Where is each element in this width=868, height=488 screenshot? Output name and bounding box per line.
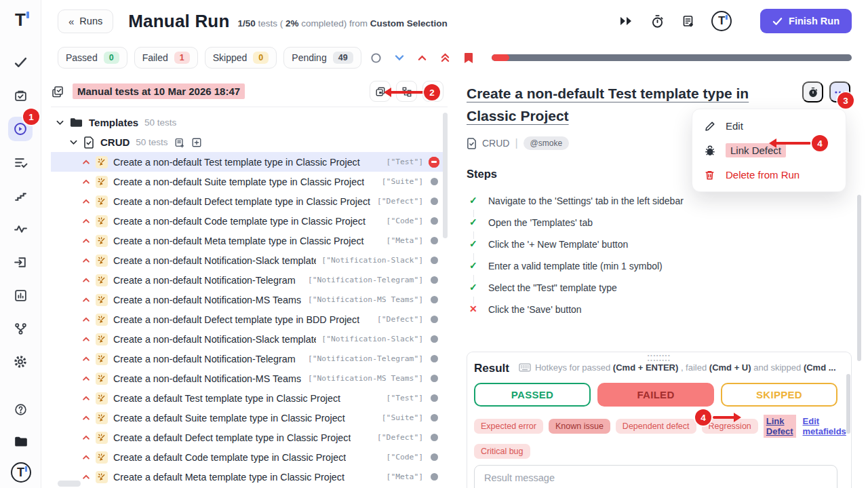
test-row[interactable]: Create a non-default Notification-Telegr…: [51, 270, 448, 290]
defect-tag-pill[interactable]: Known issue: [549, 419, 610, 434]
status-filter-chip[interactable]: Skipped 0: [205, 47, 277, 69]
test-row[interactable]: Create a non-default Defect template typ…: [51, 309, 448, 329]
tree-horizontal-scrollbar[interactable]: [58, 481, 81, 487]
add-test-icon[interactable]: [174, 137, 185, 148]
test-row[interactable]: Create a default Test template type in C…: [51, 388, 448, 408]
step-row[interactable]: Open the 'Templates' tab: [467, 212, 852, 233]
test-status-icon[interactable]: [429, 432, 439, 443]
test-status-icon[interactable]: [429, 196, 439, 207]
test-status-icon[interactable]: [429, 452, 439, 463]
tests-check-icon[interactable]: [8, 50, 33, 75]
test-row[interactable]: Create a non-default Notification-Slack …: [51, 329, 448, 349]
defect-tag-pill[interactable]: Dependent defect: [616, 419, 696, 434]
chevron-up-icon[interactable]: [414, 50, 431, 66]
test-row[interactable]: Create a non-default Suite template type…: [51, 172, 448, 191]
test-status-icon[interactable]: [429, 373, 439, 384]
help-icon[interactable]: [9, 397, 33, 421]
test-row[interactable]: Create a non-default Meta template type …: [51, 231, 448, 250]
defect-tag-pill[interactable]: Expected error: [474, 419, 543, 434]
edit-metafields-link[interactable]: Edit metafields: [803, 416, 846, 436]
annotation-badge-1: 1: [23, 109, 39, 125]
test-status-icon[interactable]: [429, 236, 439, 246]
test-row[interactable]: Create a non-default Code template type …: [51, 211, 448, 231]
test-status-icon[interactable]: [429, 275, 439, 286]
test-row[interactable]: Create a non-default Notification-MS Tea…: [51, 369, 448, 388]
skipped-button[interactable]: SKIPPED: [721, 383, 837, 407]
test-status-icon[interactable]: [429, 334, 439, 345]
suite-row-crud[interactable]: CRUD 50 tests: [51, 132, 448, 152]
status-filter-chip[interactable]: Pending 49: [283, 47, 361, 69]
test-row[interactable]: Create a default Suite template type in …: [51, 408, 448, 428]
resize-handle[interactable]: ••••••••••••••••: [467, 353, 851, 362]
result-scrollbar[interactable]: [846, 374, 850, 434]
test-row[interactable]: Create a non-default Notification-Slack …: [51, 250, 448, 270]
tree-scrollbar[interactable]: [443, 113, 448, 238]
test-status-icon[interactable]: [429, 472, 439, 483]
step-row[interactable]: Click the '+ New Template' button: [467, 233, 852, 255]
projects-icon[interactable]: [9, 430, 33, 454]
back-to-runs-button[interactable]: « Runs: [58, 10, 113, 33]
test-status-icon[interactable]: [429, 354, 439, 364]
test-row[interactable]: Create a non-default Test template type …: [51, 152, 448, 172]
status-filter-chip[interactable]: Passed 0: [58, 47, 127, 69]
passed-button[interactable]: PASSED: [474, 383, 591, 407]
fast-forward-icon[interactable]: [618, 13, 634, 29]
analytics-icon[interactable]: [8, 283, 33, 307]
test-status-icon[interactable]: [429, 413, 439, 424]
timer-button[interactable]: [802, 81, 823, 102]
test-row[interactable]: Create a default Meta template type in C…: [51, 467, 448, 487]
test-row[interactable]: Create a non-default Notification-MS Tea…: [51, 290, 448, 309]
link-defect-link[interactable]: Link Defect: [764, 415, 796, 438]
defect-tag-pill[interactable]: Critical bug: [474, 444, 530, 459]
steps-scrollbar[interactable]: [857, 195, 861, 361]
status-filter-chip[interactable]: Failed 1: [134, 47, 198, 69]
test-title: Create a non-default Notification-Telegr…: [113, 275, 296, 286]
app-logo-icon[interactable]: T: [10, 10, 31, 30]
step-row[interactable]: Navigate to the 'Settings' tab in the le…: [467, 190, 852, 212]
import-icon[interactable]: [8, 250, 33, 274]
chevrons-up-icon[interactable]: [437, 50, 454, 66]
test-status-icon[interactable]: [429, 157, 439, 168]
test-tag: ["Notification-Telegram"]: [308, 276, 423, 284]
test-status-icon[interactable]: [429, 176, 439, 187]
test-cases-icon[interactable]: [8, 83, 33, 108]
chevron-down-icon[interactable]: [56, 120, 64, 126]
menu-item-delete-from-run[interactable]: Delete from Run: [705, 169, 833, 181]
menu-item-edit[interactable]: Edit: [705, 120, 833, 132]
test-row[interactable]: Create a non-default Notification-Telegr…: [51, 349, 448, 369]
failed-button[interactable]: FAILED: [597, 383, 714, 407]
branches-icon[interactable]: [8, 316, 33, 341]
test-status-icon[interactable]: [429, 295, 439, 305]
bookmark-icon[interactable]: [460, 50, 477, 66]
chevron-down-icon[interactable]: [70, 140, 77, 145]
step-row[interactable]: Select the "Test" template type: [467, 277, 852, 299]
add-note-icon[interactable]: [680, 13, 696, 29]
test-row[interactable]: Create a default Defect template type in…: [51, 428, 448, 447]
smoke-tag-badge[interactable]: @smoke: [524, 136, 570, 150]
test-row[interactable]: Create a default Code template type in C…: [51, 447, 448, 467]
pulse-icon[interactable]: [8, 217, 33, 241]
settings-icon[interactable]: [8, 350, 33, 374]
test-plans-icon[interactable]: [8, 150, 33, 174]
add-suite-icon[interactable]: [191, 137, 202, 148]
finish-run-button[interactable]: Finish Run: [760, 9, 852, 33]
test-status-icon[interactable]: [429, 314, 439, 325]
test-status-icon[interactable]: [429, 255, 439, 266]
run-name-label[interactable]: Manual tests at 10 Mar 2026 18:47: [73, 83, 245, 99]
user-workspace-icon[interactable]: T: [711, 11, 732, 31]
logo-icon[interactable]: T: [11, 462, 31, 483]
folder-name: Templates: [89, 117, 138, 128]
folder-row-templates[interactable]: Templates 50 tests: [51, 113, 448, 132]
test-status-icon[interactable]: [429, 216, 439, 227]
result-message-input[interactable]: [474, 465, 837, 488]
test-row[interactable]: Create a non-default Defect template typ…: [51, 191, 448, 211]
chevron-down-icon[interactable]: [391, 50, 408, 66]
step-row[interactable]: Enter a valid template title (min 1 symb…: [467, 255, 852, 277]
steps-icon[interactable]: [8, 183, 33, 208]
step-row[interactable]: Click the 'Save' button: [467, 299, 852, 320]
breadcrumb-suite[interactable]: CRUD: [482, 138, 509, 149]
test-status-icon[interactable]: [429, 393, 439, 404]
test-tag: ["Code"]: [387, 453, 423, 462]
timer-icon[interactable]: [649, 13, 665, 29]
circle-status-icon[interactable]: [368, 50, 384, 66]
